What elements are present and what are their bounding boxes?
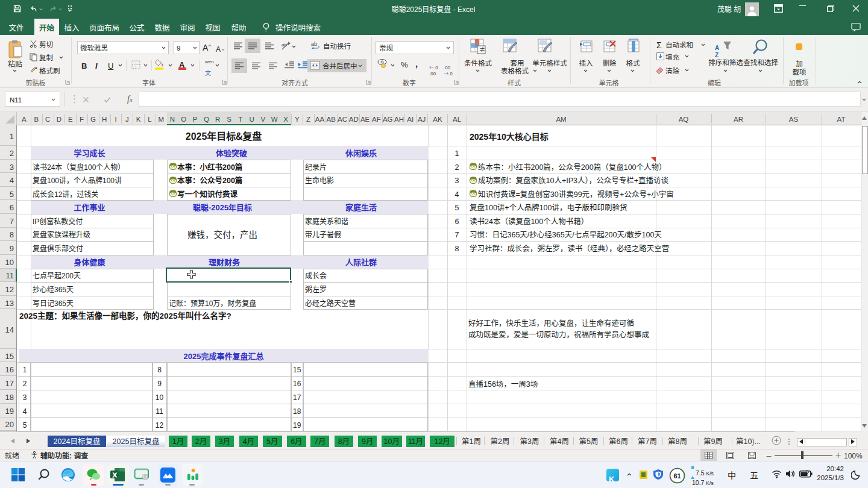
svg-text:ab: ab [281, 41, 287, 48]
svg-text:≠: ≠ [479, 45, 485, 54]
svg-text:ab: ab [311, 41, 317, 48]
